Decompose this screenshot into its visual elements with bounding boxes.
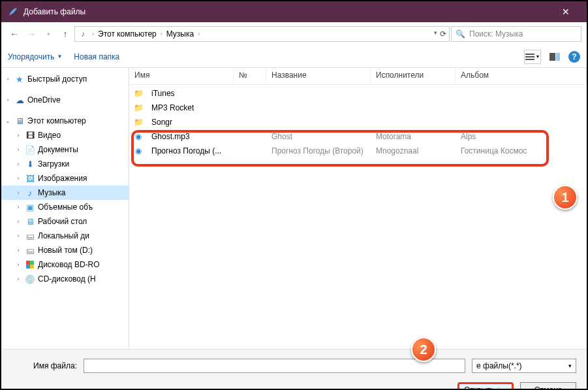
audio-icon: ◉ bbox=[133, 146, 144, 156]
window-title: Добавить файлы bbox=[23, 7, 551, 16]
new-folder-button[interactable]: Новая папка bbox=[74, 52, 119, 61]
sidebar-item-downloads[interactable]: ›⬇Загрузки bbox=[1, 157, 129, 171]
svg-rect-3 bbox=[549, 53, 555, 61]
cancel-button[interactable]: Отмена bbox=[520, 382, 576, 390]
folder-row[interactable]: 📁 iTunes bbox=[129, 86, 587, 101]
col-num[interactable]: № bbox=[234, 68, 266, 84]
organize-menu[interactable]: Упорядочить▼ bbox=[8, 52, 62, 61]
drive-icon: 🖴 bbox=[25, 245, 35, 255]
search-placeholder: Поиск: Музыка bbox=[469, 29, 523, 39]
svg-rect-4 bbox=[556, 53, 560, 61]
chevron-right-icon: › bbox=[161, 31, 162, 37]
annotation-badge-1: 1 bbox=[553, 185, 578, 210]
toolbar: Упорядочить▼ Новая папка ▼ ? bbox=[1, 46, 587, 68]
sidebar-item-onedrive[interactable]: › ☁ OneDrive bbox=[1, 93, 129, 107]
breadcrumb-segment[interactable]: Этот компьютер bbox=[98, 29, 157, 39]
address-bar[interactable]: ♪ › Этот компьютер › Музыка › ▾ ⟳ bbox=[74, 26, 450, 42]
open-button[interactable]: Открыть ▼ bbox=[457, 382, 514, 390]
up-button[interactable]: ↑ bbox=[57, 26, 73, 42]
music-icon: ♪ bbox=[25, 187, 35, 198]
annotation-badge-2: 2 bbox=[411, 337, 436, 362]
sidebar-item-cddrive[interactable]: ›💿CD-дисковод (H bbox=[1, 272, 129, 286]
filename-input[interactable] bbox=[84, 359, 465, 373]
file-list: 📁 iTunes 📁 MP3 Rocket 📁 Songr ◉ Ghost.mp… bbox=[129, 85, 587, 158]
pc-icon: 🖥 bbox=[14, 116, 25, 126]
view-options-button[interactable]: ▼ bbox=[524, 50, 541, 64]
cd-icon: 💿 bbox=[25, 274, 35, 284]
sidebar-item-videos[interactable]: ›🎞Видео bbox=[1, 128, 129, 142]
col-title[interactable]: Название bbox=[266, 68, 371, 84]
chevron-right-icon: › bbox=[92, 31, 94, 37]
filetype-dropdown[interactable]: е файлы(*.*)▾ bbox=[472, 359, 576, 373]
breadcrumb-segment[interactable]: Музыка bbox=[166, 29, 194, 39]
folder-row[interactable]: 📁 MP3 Rocket bbox=[129, 101, 587, 115]
document-icon: 📄 bbox=[25, 144, 35, 155]
titlebar: Добавить файлы ✕ bbox=[1, 1, 587, 22]
folder-icon: 📁 bbox=[133, 88, 144, 99]
sidebar-item-3d[interactable]: ›▣Объемные объ bbox=[1, 200, 129, 214]
picture-icon: 🖼 bbox=[25, 173, 35, 184]
svg-rect-1 bbox=[525, 56, 534, 57]
navbar: ← → ▾ ↑ ♪ › Этот компьютер › Музыка › ▾ … bbox=[1, 22, 587, 46]
search-input[interactable]: 🔍 Поиск: Музыка bbox=[451, 26, 581, 42]
download-icon: ⬇ bbox=[25, 159, 35, 169]
folder-icon: 📁 bbox=[133, 103, 144, 113]
address-dropdown-icon[interactable]: ▾ bbox=[434, 29, 437, 39]
sidebar: › ★ Быстрый доступ › ☁ OneDrive ⌄ 🖥 Этот… bbox=[1, 68, 129, 349]
sidebar-item-pictures[interactable]: ›🖼Изображения bbox=[1, 171, 129, 186]
col-artist[interactable]: Исполнители bbox=[371, 68, 456, 84]
recent-dropdown[interactable]: ▾ bbox=[40, 26, 56, 42]
svg-rect-2 bbox=[525, 59, 534, 60]
filename-label: Имя файла: bbox=[12, 361, 77, 370]
sidebar-item-bdrom[interactable]: ›Дисковод BD-RO bbox=[1, 257, 129, 272]
disc-icon bbox=[25, 259, 35, 270]
back-button[interactable]: ← bbox=[7, 26, 22, 42]
sidebar-item-music[interactable]: ›♪Музыка bbox=[1, 186, 129, 200]
sidebar-item-quick[interactable]: › ★ Быстрый доступ bbox=[1, 72, 129, 86]
drive-icon: 🖴 bbox=[25, 231, 35, 241]
sidebar-item-documents[interactable]: ›📄Документы bbox=[1, 142, 129, 157]
svg-rect-0 bbox=[525, 54, 534, 55]
forward-button[interactable]: → bbox=[23, 26, 39, 42]
file-row[interactable]: ◉ Прогноз Погоды (... Прогноз Погоды (Вт… bbox=[129, 144, 587, 158]
svg-rect-6 bbox=[30, 261, 34, 265]
folder-icon: 📁 bbox=[133, 117, 144, 127]
music-icon: ♪ bbox=[78, 29, 88, 39]
footer: Имя файла: е файлы(*.*)▾ Открыть ▼ Отмен… bbox=[1, 349, 587, 390]
sidebar-item-localdisk[interactable]: ›🖴Локальный ди bbox=[1, 229, 129, 243]
file-pane: Имя № Название Исполнители Альбом 📁 iTun… bbox=[129, 68, 587, 349]
search-icon: 🔍 bbox=[456, 29, 465, 39]
svg-rect-5 bbox=[26, 261, 30, 265]
file-row[interactable]: ◉ Ghost.mp3 Ghost Motorama Alps bbox=[129, 129, 587, 144]
video-icon: 🎞 bbox=[25, 130, 35, 140]
star-icon: ★ bbox=[14, 74, 25, 84]
column-headers[interactable]: Имя № Название Исполнители Альбом bbox=[129, 68, 587, 85]
desktop-icon: 🖥 bbox=[25, 216, 35, 227]
cloud-icon: ☁ bbox=[14, 95, 25, 105]
help-button[interactable]: ? bbox=[568, 51, 580, 63]
preview-pane-button[interactable] bbox=[546, 50, 563, 64]
svg-rect-8 bbox=[30, 265, 34, 268]
audio-icon: ◉ bbox=[133, 131, 144, 142]
col-name[interactable]: Имя bbox=[129, 68, 234, 84]
refresh-button[interactable]: ⟳ bbox=[440, 29, 446, 39]
sidebar-item-newvol[interactable]: ›🖴Новый том (D:) bbox=[1, 243, 129, 257]
svg-rect-7 bbox=[26, 265, 30, 268]
chevron-right-icon: › bbox=[198, 31, 200, 37]
sidebar-item-thispc[interactable]: ⌄ 🖥 Этот компьютер bbox=[1, 114, 129, 128]
close-button[interactable]: ✕ bbox=[551, 1, 580, 22]
col-album[interactable]: Альбом bbox=[456, 68, 587, 84]
app-icon bbox=[8, 7, 18, 17]
cube-icon: ▣ bbox=[25, 202, 35, 212]
folder-row[interactable]: 📁 Songr bbox=[129, 115, 587, 129]
sidebar-item-desktop[interactable]: ›🖥Рабочий стол bbox=[1, 214, 129, 229]
